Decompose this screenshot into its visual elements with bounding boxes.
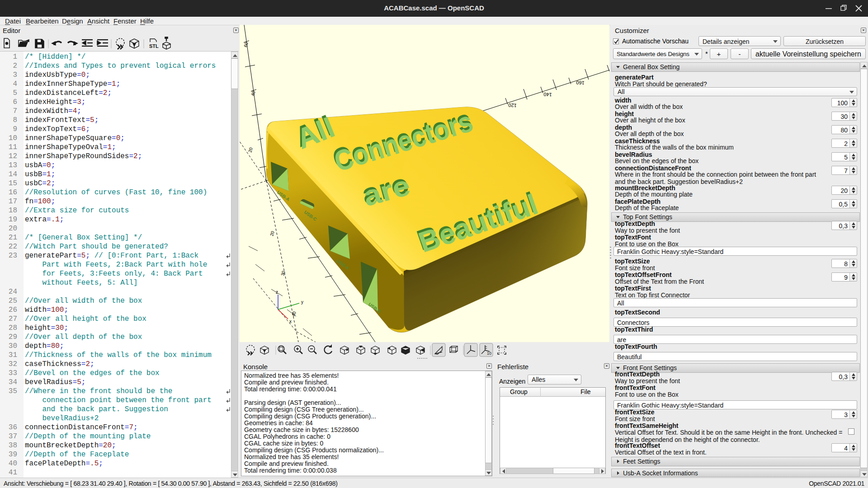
svg-text:160: 160 xyxy=(576,80,585,86)
svg-text:20: 20 xyxy=(269,230,275,237)
svg-text:30: 30 xyxy=(280,270,286,277)
svg-text:120: 120 xyxy=(508,103,517,108)
svg-text:40: 40 xyxy=(250,90,256,97)
svg-text:z: z xyxy=(276,290,278,295)
svg-text:10: 10 xyxy=(487,351,491,356)
svg-text:x: x xyxy=(289,319,292,324)
svg-text:140: 140 xyxy=(543,92,552,98)
svg-text:y: y xyxy=(301,300,303,305)
svg-text:STL: STL xyxy=(149,43,159,49)
svg-text:60: 60 xyxy=(243,42,249,48)
svg-text:20: 20 xyxy=(247,147,254,153)
